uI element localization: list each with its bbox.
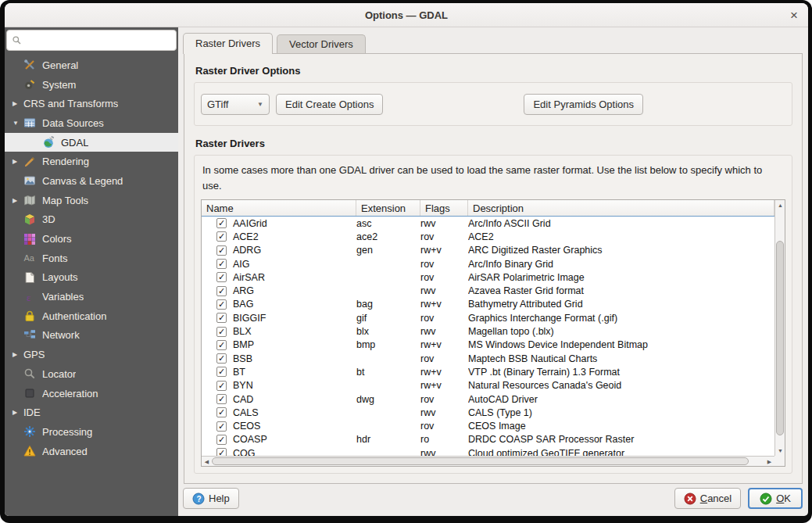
sidebar-item-processing[interactable]: Processing	[5, 422, 178, 442]
scroll-right-icon[interactable]: ▶	[764, 457, 774, 467]
driver-checkbox[interactable]: ✓	[216, 394, 227, 404]
table-row[interactable]: ✓AIGrovArc/Info Binary Grid	[202, 257, 774, 270]
chevron-right-icon[interactable]: ▶	[13, 100, 23, 107]
driver-checkbox[interactable]: ✓	[216, 353, 227, 364]
sidebar-item-label: Fonts	[42, 253, 68, 264]
table-row[interactable]: ✓COGrwvCloud optimized GeoTIFF generator	[202, 446, 774, 456]
sidebar-item-variables[interactable]: εVariables	[5, 287, 178, 306]
table-row[interactable]: ✓ACE2ace2rovACE2	[202, 230, 774, 243]
titlebar[interactable]: Options — GDAL ×	[5, 3, 808, 27]
sidebar-nav: GeneralSystem▶CRS and Transforms▼Data So…	[5, 54, 178, 516]
sidebar-item-locator[interactable]: Locator	[5, 364, 178, 384]
sidebar-item-ide[interactable]: ▶IDE	[5, 403, 178, 422]
raster-drivers-title: Raster Drivers	[195, 138, 792, 149]
vertical-scrollbar[interactable]: ▲ ▼	[774, 200, 785, 456]
table-row[interactable]: ✓CEOSrovCEOS Image	[202, 419, 774, 432]
driver-checkbox[interactable]: ✓	[216, 231, 227, 242]
driver-checkbox[interactable]: ✓	[216, 218, 227, 228]
sidebar-item-network[interactable]: Network	[5, 326, 178, 346]
table-row[interactable]: ✓BTbtrw+vVTP .bt (Binary Terrain) 1.3 Fo…	[202, 365, 774, 378]
sidebar-item-map-tools[interactable]: ▶Map Tools	[5, 191, 178, 210]
table-row[interactable]: ✓CALSrwvCALS (Type 1)	[202, 406, 774, 419]
sidebar-item-colors[interactable]: Colors	[5, 229, 178, 249]
driver-checkbox[interactable]: ✓	[216, 421, 227, 432]
driver-checkbox[interactable]: ✓	[216, 299, 227, 310]
horizontal-scrollbar-thumb[interactable]	[212, 457, 749, 465]
scroll-down-icon[interactable]: ▼	[775, 446, 785, 456]
sidebar-item-label: Canvas & Legend	[42, 175, 123, 187]
close-icon[interactable]: ×	[790, 3, 798, 27]
driver-checkbox[interactable]: ✓	[216, 448, 227, 456]
sidebar-item-data-sources[interactable]: ▼Data Sources	[5, 113, 178, 133]
driver-description: VTP .bt (Binary Terrain) 1.3 Format	[468, 367, 774, 378]
driver-checkbox[interactable]: ✓	[216, 340, 227, 350]
column-header-name[interactable]: Name	[202, 200, 356, 216]
table-row[interactable]: ✓BSBrovMaptech BSB Nautical Charts	[202, 352, 774, 365]
table-row[interactable]: ✓AirSARrovAirSAR Polarimetric Image	[202, 270, 774, 284]
driver-description: Azavea Raster Grid format	[468, 285, 774, 296]
ok-button[interactable]: OK	[748, 488, 803, 509]
paintbrush-icon	[23, 156, 36, 168]
table-row[interactable]: ✓BAGbagrw+vBathymetry Attributed Grid	[202, 298, 774, 311]
search-input[interactable]	[26, 34, 171, 46]
help-button[interactable]: ? Help	[183, 488, 239, 509]
ok-icon	[760, 493, 772, 505]
column-header-description[interactable]: Description	[468, 200, 774, 216]
fonts-icon: Aa	[23, 252, 36, 264]
sidebar-item-advanced[interactable]: Advanced	[5, 442, 178, 461]
driver-select[interactable]: GTiff ▼	[201, 94, 270, 115]
sidebar-item-authentication[interactable]: Authentication	[5, 306, 178, 326]
table-row[interactable]: ✓ADRGgenrw+vARC Digitized Raster Graphic…	[202, 244, 774, 257]
table-row[interactable]: ✓CADdwgrovAutoCAD Driver	[202, 392, 774, 406]
cancel-button[interactable]: Cancel	[674, 488, 741, 509]
sidebar-item-general[interactable]: General	[5, 56, 178, 75]
driver-checkbox[interactable]: ✓	[216, 286, 227, 296]
vertical-scrollbar-thumb[interactable]	[776, 241, 784, 435]
sidebar-item-3d[interactable]: 3D	[5, 210, 178, 230]
sidebar-item-crs-and-transforms[interactable]: ▶CRS and Transforms	[5, 94, 178, 113]
driver-checkbox[interactable]: ✓	[216, 435, 227, 445]
table-row[interactable]: ✓BMPbmprw+vMS Windows Device Independent…	[202, 339, 774, 352]
table-row[interactable]: ✓BIGGIFgifrovGraphics Interchange Format…	[202, 311, 774, 324]
table-row[interactable]: ✓BYNrw+vNatural Resources Canada's Geoid	[202, 379, 774, 392]
sidebar-item-canvas-legend[interactable]: Canvas & Legend	[5, 171, 178, 191]
scroll-left-icon[interactable]: ◀	[202, 457, 212, 467]
column-header-flags[interactable]: Flags	[420, 200, 468, 216]
edit-create-options-button[interactable]: Edit Create Options	[276, 94, 383, 115]
sidebar-item-system[interactable]: System	[5, 75, 178, 95]
chevron-right-icon[interactable]: ▶	[13, 158, 23, 165]
driver-checkbox[interactable]: ✓	[216, 259, 227, 269]
sidebar-item-layouts[interactable]: Layouts	[5, 268, 178, 288]
sidebar-item-gdal[interactable]: GDAL	[5, 133, 178, 152]
driver-name: COASP	[233, 434, 267, 445]
driver-checkbox[interactable]: ✓	[216, 313, 227, 323]
driver-checkbox[interactable]: ✓	[216, 272, 227, 282]
edit-pyramids-options-button[interactable]: Edit Pyramids Options	[524, 94, 643, 115]
scrollbar-corner	[774, 456, 785, 466]
tab-vector-drivers[interactable]: Vector Drivers	[277, 34, 366, 54]
driver-checkbox[interactable]: ✓	[216, 245, 227, 256]
driver-checkbox[interactable]: ✓	[216, 381, 227, 391]
gear-blue-icon	[23, 425, 36, 438]
table-row[interactable]: ✓COASPhdrroDRDC COASP SAR Processor Rast…	[202, 433, 774, 446]
sidebar-item-acceleration[interactable]: Acceleration	[5, 384, 178, 403]
driver-checkbox[interactable]: ✓	[216, 367, 227, 377]
driver-checkbox[interactable]: ✓	[216, 407, 227, 417]
driver-description: Cloud optimized GeoTIFF generator	[468, 448, 774, 456]
driver-checkbox[interactable]: ✓	[216, 327, 227, 337]
scroll-up-icon[interactable]: ▲	[775, 200, 785, 210]
table-row[interactable]: ✓AAIGridascrwvArc/Info ASCII Grid	[202, 217, 774, 230]
chevron-right-icon[interactable]: ▶	[13, 197, 23, 204]
chevron-right-icon[interactable]: ▶	[13, 409, 23, 416]
column-header-extension[interactable]: Extension	[356, 200, 420, 216]
table-row[interactable]: ✓BLXblxrwvMagellan topo (.blx)	[202, 324, 774, 338]
sidebar-item-rendering[interactable]: ▶Rendering	[5, 152, 178, 171]
horizontal-scrollbar[interactable]: ◀ ▶	[202, 456, 774, 466]
tab-raster-drivers[interactable]: Raster Drivers	[183, 33, 273, 54]
sidebar-item-fonts[interactable]: AaFonts	[5, 249, 178, 268]
sidebar-item-gps[interactable]: ▶GPS	[5, 345, 178, 364]
chevron-down-icon[interactable]: ▼	[13, 120, 23, 127]
chevron-right-icon[interactable]: ▶	[13, 351, 23, 358]
sidebar-search[interactable]	[6, 30, 177, 51]
table-row[interactable]: ✓ARGrwvAzavea Raster Grid format	[202, 284, 774, 297]
